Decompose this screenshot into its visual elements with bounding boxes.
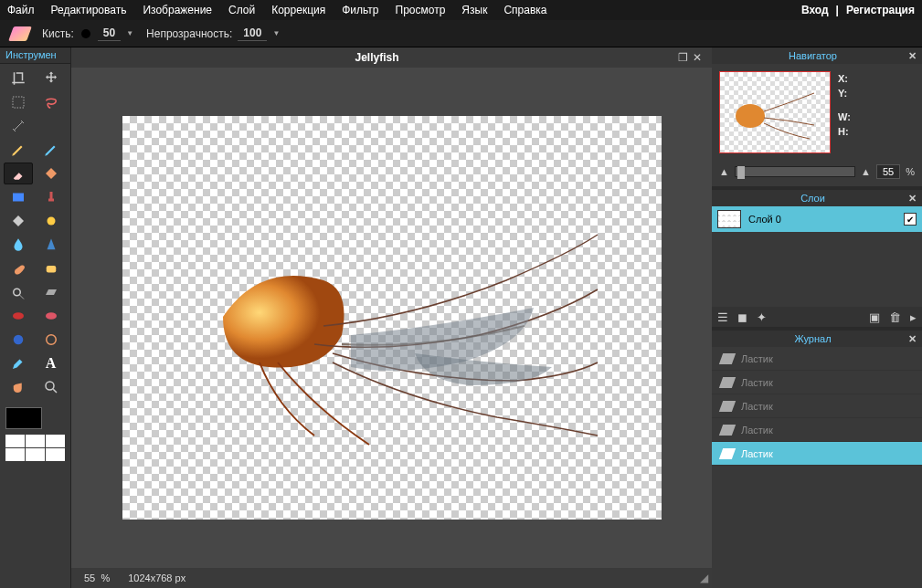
delete-layer-icon[interactable]: 🗑 xyxy=(889,310,901,324)
new-layer-icon[interactable]: ▣ xyxy=(869,310,880,324)
marquee-tool[interactable] xyxy=(4,91,33,113)
layers-panel: Слои ✕ Слой 0 ✔ ☰ ◼ ✦ ▣ 🗑 ▸ xyxy=(712,190,922,327)
svg-rect-1 xyxy=(13,194,24,202)
lasso-tool[interactable] xyxy=(37,91,66,113)
move-tool[interactable] xyxy=(37,68,66,89)
close-icon[interactable]: ✕ xyxy=(908,193,917,205)
svg-point-2 xyxy=(47,217,55,226)
history-item[interactable]: Ластик xyxy=(712,394,922,418)
menu-image[interactable]: Изображение xyxy=(143,4,212,16)
menu-file[interactable]: Файл xyxy=(7,4,35,16)
wand-tool[interactable] xyxy=(4,115,33,137)
menu-lang[interactable]: Язык xyxy=(461,4,487,16)
eraser-icon xyxy=(719,353,736,364)
history-item[interactable]: Ластик xyxy=(712,371,922,394)
menu-view[interactable]: Просмотр xyxy=(396,4,446,16)
close-icon[interactable]: ✕ xyxy=(908,50,917,62)
pinch-tool[interactable] xyxy=(37,329,66,351)
redeye-tool[interactable] xyxy=(4,305,33,327)
auth-sep: | xyxy=(836,4,839,16)
history-item[interactable]: Ластик xyxy=(712,442,922,466)
bloat-tool[interactable] xyxy=(4,329,33,351)
menu-filter[interactable]: Фильтр xyxy=(342,4,378,16)
opacity-input[interactable]: 100 xyxy=(238,26,267,41)
eraser-tool[interactable] xyxy=(4,163,33,184)
svg-rect-0 xyxy=(13,97,24,108)
zoom-in-icon[interactable]: ▲ xyxy=(861,166,871,177)
crop-tool[interactable] xyxy=(4,68,33,89)
hand-tool[interactable] xyxy=(4,376,33,398)
close-icon[interactable]: ✕ xyxy=(690,51,705,64)
navigator-thumb[interactable] xyxy=(719,71,831,153)
color-replace-tool[interactable] xyxy=(37,210,66,232)
layer-mask-icon[interactable]: ◼ xyxy=(737,310,747,324)
dodge-tool[interactable] xyxy=(4,281,33,303)
bucket-tool[interactable] xyxy=(37,163,66,184)
color-swatch[interactable] xyxy=(5,407,65,429)
blank-tool-1[interactable] xyxy=(37,115,66,137)
jellyfish-image xyxy=(186,226,607,463)
zoom-tool[interactable] xyxy=(37,376,66,398)
heal-tool[interactable] xyxy=(4,210,33,232)
layer-style-icon[interactable]: ✦ xyxy=(757,310,767,324)
zoom-slider[interactable] xyxy=(735,166,855,177)
history-item-label: Ластик xyxy=(741,353,773,364)
smudge-tool[interactable] xyxy=(4,257,33,279)
close-icon[interactable]: ✕ xyxy=(908,333,917,345)
brush-label: Кисть: xyxy=(42,27,74,40)
restore-icon[interactable]: ❐ xyxy=(675,51,690,64)
menu-layer[interactable]: Слой xyxy=(228,4,255,16)
chevron-down-icon[interactable]: ▼ xyxy=(272,29,280,37)
zoom-out-icon[interactable]: ▲ xyxy=(719,166,729,177)
layer-thumb-icon xyxy=(717,210,741,228)
svg-point-9 xyxy=(46,382,54,390)
blur-tool[interactable] xyxy=(4,234,33,256)
spot-tool[interactable] xyxy=(37,305,66,327)
sponge-tool[interactable] xyxy=(37,257,66,279)
canvas[interactable] xyxy=(122,116,662,520)
menu-adjust[interactable]: Коррекция xyxy=(271,4,325,16)
tools-panel: Инструмен A xyxy=(0,47,71,588)
svg-point-8 xyxy=(46,335,56,345)
burn-tool[interactable] xyxy=(37,281,66,303)
svg-point-6 xyxy=(46,312,57,320)
pencil-tool[interactable] xyxy=(4,139,33,161)
register-link[interactable]: Регистрация xyxy=(846,4,915,16)
history-title: Журнал xyxy=(717,333,908,344)
menubar: Файл Редактировать Изображение Слой Корр… xyxy=(0,0,922,20)
sharpen-tool[interactable] xyxy=(37,234,66,256)
brush-size-input[interactable]: 50 xyxy=(98,26,121,41)
layer-settings-icon[interactable]: ☰ xyxy=(717,310,728,324)
status-bar: 55 % 1024x768 px xyxy=(71,568,712,588)
gradient-tool[interactable] xyxy=(4,186,33,208)
swatch-palette[interactable] xyxy=(5,435,65,461)
navigator-panel: Навигатор ✕ X: Y: W: H: ▲ ▲ 55 xyxy=(712,47,922,186)
history-item[interactable]: Ластик xyxy=(712,418,922,442)
canvas-viewport[interactable] xyxy=(71,68,712,568)
zoom-pct: % xyxy=(906,166,915,177)
visibility-toggle[interactable]: ✔ xyxy=(904,213,917,226)
resize-grip-icon[interactable]: ◢ xyxy=(700,572,708,584)
chevron-down-icon[interactable]: ▼ xyxy=(126,29,133,37)
svg-point-7 xyxy=(14,335,24,345)
zoom-pct: % xyxy=(101,572,110,583)
eyedropper-tool[interactable] xyxy=(4,352,33,374)
zoom-slider-value[interactable]: 55 xyxy=(876,164,900,179)
layer-row[interactable]: Слой 0 ✔ xyxy=(712,206,922,232)
history-item[interactable]: Ластик xyxy=(712,347,922,371)
document-header: Jellyfish ❐ ✕ xyxy=(71,47,712,68)
eraser-icon xyxy=(719,425,736,436)
stamp-tool[interactable] xyxy=(37,186,66,208)
menu-edit[interactable]: Редактировать xyxy=(51,4,127,16)
layers-title: Слои xyxy=(717,193,908,204)
login-link[interactable]: Вход xyxy=(801,4,829,16)
layer-name[interactable]: Слой 0 xyxy=(748,214,781,225)
document-title: Jellyfish xyxy=(79,51,675,64)
more-icon[interactable]: ▸ xyxy=(910,310,917,324)
type-tool[interactable]: A xyxy=(37,352,66,374)
menu-help[interactable]: Справка xyxy=(503,4,546,16)
svg-point-10 xyxy=(736,104,765,128)
brush-tool[interactable] xyxy=(37,139,66,161)
opacity-label: Непрозрачность: xyxy=(146,27,232,40)
svg-rect-3 xyxy=(46,266,56,273)
